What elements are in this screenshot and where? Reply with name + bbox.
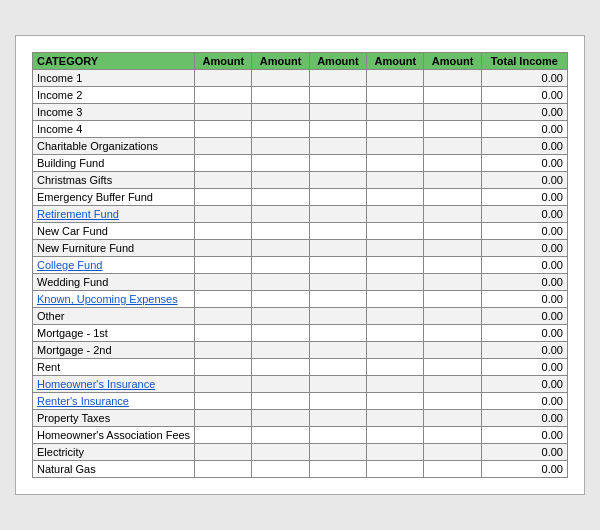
amount-input-cell[interactable] <box>195 104 252 121</box>
amount-input-cell[interactable] <box>424 410 481 427</box>
amount-input-cell[interactable] <box>309 274 366 291</box>
amount-input-cell[interactable] <box>424 393 481 410</box>
amount-input-cell[interactable] <box>195 325 252 342</box>
amount-input-cell[interactable] <box>252 206 309 223</box>
amount-input-cell[interactable] <box>367 376 424 393</box>
amount-input-cell[interactable] <box>252 104 309 121</box>
amount-input-cell[interactable] <box>367 155 424 172</box>
amount-input-cell[interactable] <box>195 223 252 240</box>
amount-input-cell[interactable] <box>424 70 481 87</box>
amount-input-cell[interactable] <box>195 342 252 359</box>
amount-input-cell[interactable] <box>367 189 424 206</box>
amount-input-cell[interactable] <box>367 223 424 240</box>
amount-input-cell[interactable] <box>424 359 481 376</box>
amount-input-cell[interactable] <box>252 393 309 410</box>
amount-input-cell[interactable] <box>367 291 424 308</box>
amount-input-cell[interactable] <box>309 359 366 376</box>
amount-input-cell[interactable] <box>309 121 366 138</box>
amount-input-cell[interactable] <box>309 427 366 444</box>
amount-input-cell[interactable] <box>195 70 252 87</box>
amount-input-cell[interactable] <box>252 223 309 240</box>
amount-input-cell[interactable] <box>195 410 252 427</box>
amount-input-cell[interactable] <box>424 444 481 461</box>
amount-input-cell[interactable] <box>309 87 366 104</box>
amount-input-cell[interactable] <box>309 104 366 121</box>
amount-input-cell[interactable] <box>424 308 481 325</box>
amount-input-cell[interactable] <box>252 291 309 308</box>
amount-input-cell[interactable] <box>367 87 424 104</box>
amount-input-cell[interactable] <box>195 308 252 325</box>
amount-input-cell[interactable] <box>309 444 366 461</box>
amount-input-cell[interactable] <box>195 87 252 104</box>
amount-input-cell[interactable] <box>424 461 481 478</box>
amount-input-cell[interactable] <box>195 427 252 444</box>
amount-input-cell[interactable] <box>309 342 366 359</box>
amount-input-cell[interactable] <box>195 376 252 393</box>
amount-input-cell[interactable] <box>252 172 309 189</box>
amount-input-cell[interactable] <box>309 461 366 478</box>
amount-input-cell[interactable] <box>252 427 309 444</box>
amount-input-cell[interactable] <box>367 410 424 427</box>
amount-input-cell[interactable] <box>195 461 252 478</box>
amount-input-cell[interactable] <box>424 172 481 189</box>
amount-input-cell[interactable] <box>424 121 481 138</box>
amount-input-cell[interactable] <box>367 172 424 189</box>
amount-input-cell[interactable] <box>195 138 252 155</box>
amount-input-cell[interactable] <box>195 240 252 257</box>
amount-input-cell[interactable] <box>367 138 424 155</box>
amount-input-cell[interactable] <box>309 325 366 342</box>
amount-input-cell[interactable] <box>309 189 366 206</box>
amount-input-cell[interactable] <box>424 427 481 444</box>
amount-input-cell[interactable] <box>424 138 481 155</box>
amount-input-cell[interactable] <box>309 206 366 223</box>
amount-input-cell[interactable] <box>367 70 424 87</box>
amount-input-cell[interactable] <box>309 291 366 308</box>
amount-input-cell[interactable] <box>367 342 424 359</box>
amount-input-cell[interactable] <box>309 308 366 325</box>
amount-input-cell[interactable] <box>424 257 481 274</box>
amount-input-cell[interactable] <box>252 121 309 138</box>
amount-input-cell[interactable] <box>195 291 252 308</box>
amount-input-cell[interactable] <box>424 155 481 172</box>
amount-input-cell[interactable] <box>424 87 481 104</box>
amount-input-cell[interactable] <box>367 325 424 342</box>
amount-input-cell[interactable] <box>252 189 309 206</box>
amount-input-cell[interactable] <box>309 410 366 427</box>
amount-input-cell[interactable] <box>195 359 252 376</box>
amount-input-cell[interactable] <box>252 308 309 325</box>
amount-input-cell[interactable] <box>252 444 309 461</box>
amount-input-cell[interactable] <box>252 410 309 427</box>
amount-input-cell[interactable] <box>252 138 309 155</box>
amount-input-cell[interactable] <box>252 87 309 104</box>
amount-input-cell[interactable] <box>195 444 252 461</box>
amount-input-cell[interactable] <box>367 257 424 274</box>
amount-input-cell[interactable] <box>195 172 252 189</box>
amount-input-cell[interactable] <box>367 206 424 223</box>
amount-input-cell[interactable] <box>367 444 424 461</box>
amount-input-cell[interactable] <box>424 223 481 240</box>
amount-input-cell[interactable] <box>252 342 309 359</box>
amount-input-cell[interactable] <box>424 104 481 121</box>
amount-input-cell[interactable] <box>367 274 424 291</box>
amount-input-cell[interactable] <box>424 291 481 308</box>
amount-input-cell[interactable] <box>252 155 309 172</box>
amount-input-cell[interactable] <box>252 240 309 257</box>
amount-input-cell[interactable] <box>424 376 481 393</box>
amount-input-cell[interactable] <box>309 155 366 172</box>
amount-input-cell[interactable] <box>309 138 366 155</box>
amount-input-cell[interactable] <box>252 376 309 393</box>
amount-input-cell[interactable] <box>195 257 252 274</box>
amount-input-cell[interactable] <box>195 121 252 138</box>
amount-input-cell[interactable] <box>367 308 424 325</box>
amount-input-cell[interactable] <box>367 427 424 444</box>
amount-input-cell[interactable] <box>424 189 481 206</box>
amount-input-cell[interactable] <box>309 70 366 87</box>
amount-input-cell[interactable] <box>424 342 481 359</box>
amount-input-cell[interactable] <box>309 240 366 257</box>
amount-input-cell[interactable] <box>424 325 481 342</box>
amount-input-cell[interactable] <box>367 461 424 478</box>
amount-input-cell[interactable] <box>195 155 252 172</box>
amount-input-cell[interactable] <box>252 70 309 87</box>
amount-input-cell[interactable] <box>367 121 424 138</box>
amount-input-cell[interactable] <box>424 206 481 223</box>
